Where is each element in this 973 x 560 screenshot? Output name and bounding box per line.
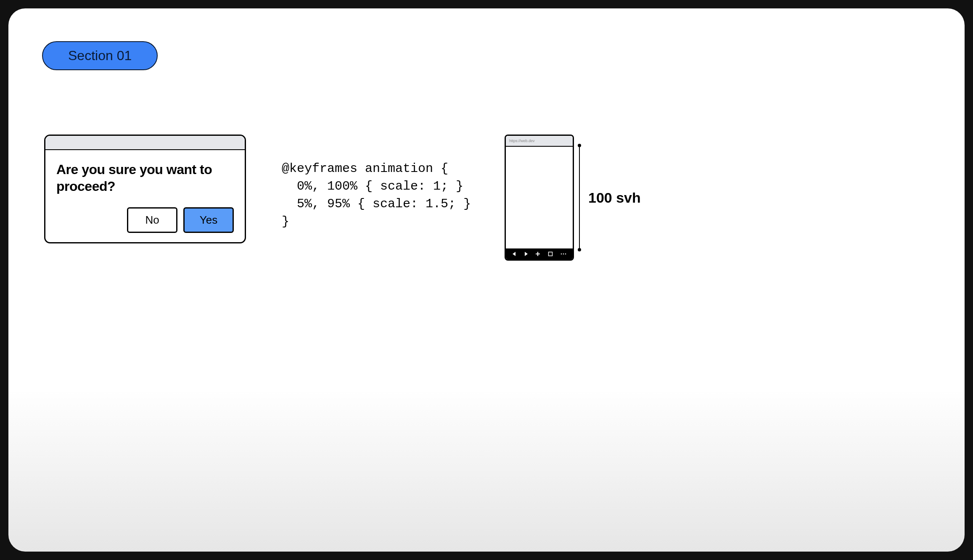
section-label: Section 01 [68, 48, 132, 63]
section-pill: Section 01 [42, 41, 158, 70]
dialog-message: Are you sure you want to proceed? [56, 161, 234, 195]
dimension-label: 100 svh [588, 190, 641, 206]
dialog-actions: No Yes [56, 207, 234, 233]
svg-point-5 [561, 254, 562, 255]
phone-toolbar [506, 248, 573, 259]
code-line-4: } [282, 214, 289, 229]
phone-frame: https://web.dev [505, 135, 574, 261]
code-snippet: @keyframes animation { 0%, 100% { scale:… [282, 160, 471, 230]
svg-marker-1 [525, 252, 528, 256]
slide-stage: Section 01 Are you sure you want to proc… [8, 8, 965, 552]
svg-point-6 [563, 254, 564, 255]
code-line-3: 5%, 95% { scale: 1.5; } [282, 197, 471, 211]
dialog-body: Are you sure you want to proceed? No Yes [45, 150, 245, 242]
phone-url: https://web.dev [509, 139, 535, 143]
code-line-2: 0%, 100% { scale: 1; } [282, 179, 463, 193]
back-icon [512, 252, 516, 256]
phone-addressbar: https://web.dev [506, 136, 573, 147]
dimension-indicator: 100 svh [579, 145, 641, 250]
phone-viewport [506, 147, 573, 248]
yes-button[interactable]: Yes [183, 207, 234, 233]
forward-icon [524, 252, 528, 256]
phone-illustration: https://web.dev [505, 135, 641, 261]
code-line-1: @keyframes animation { [282, 161, 448, 176]
tabs-icon [548, 251, 553, 256]
confirm-dialog: Are you sure you want to proceed? No Yes [44, 135, 246, 243]
dimension-line [579, 145, 580, 250]
svg-point-7 [565, 254, 566, 255]
dialog-titlebar [45, 136, 245, 150]
svg-marker-0 [513, 252, 516, 256]
svg-rect-4 [549, 252, 553, 256]
plus-icon [535, 251, 540, 256]
no-button[interactable]: No [127, 207, 177, 233]
svg-rect-3 [536, 254, 540, 254]
more-icon [561, 253, 566, 255]
